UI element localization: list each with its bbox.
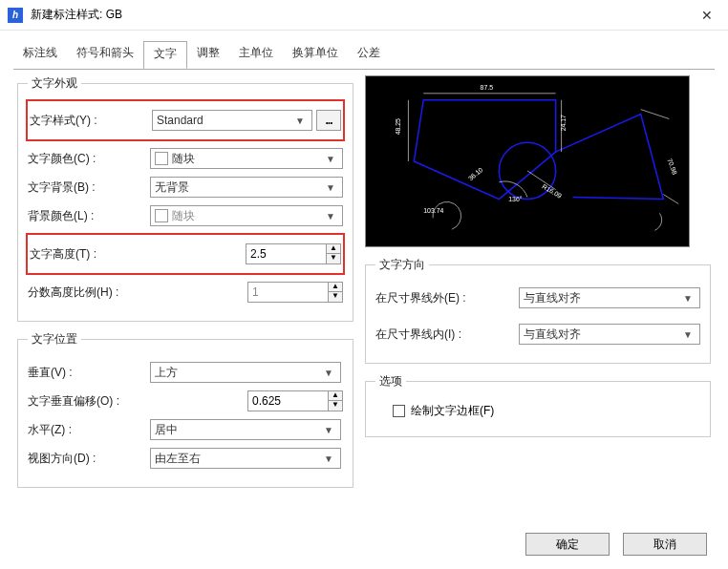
combo-inside[interactable]: 与直线对齐 ▼	[519, 324, 700, 345]
tab-fit[interactable]: 调整	[187, 41, 229, 69]
svg-text:136°: 136°	[508, 196, 523, 202]
tab-bar: 标注线 符号和箭头 文字 调整 主单位 换算单位 公差	[0, 31, 728, 69]
spinner-fraction-scale: ▲▼	[247, 282, 343, 303]
preview-canvas: 87.5 48.25 24.17 70.98 36.10 R16.09 136°…	[365, 75, 690, 247]
spin-down-icon[interactable]: ▼	[329, 401, 342, 411]
combo-horizontal[interactable]: 居中 ▼	[150, 419, 341, 440]
combo-text-style[interactable]: Standard ▼	[152, 110, 312, 131]
tab-alt[interactable]: 换算单位	[283, 41, 348, 69]
svg-text:87.5: 87.5	[481, 84, 494, 91]
swatch-icon	[155, 209, 168, 222]
label-view-dir: 视图方向(D) :	[28, 451, 150, 467]
svg-text:24.17: 24.17	[560, 115, 567, 131]
group-position: 文字位置 垂直(V) : 上方 ▼ 文字垂直偏移(O) : ▲▼	[17, 331, 353, 488]
spinner-offset[interactable]: ▲▼	[247, 390, 343, 411]
cancel-button[interactable]: 取消	[623, 533, 707, 556]
label-draw-frame: 绘制文字边框(F)	[411, 403, 494, 419]
chevron-down-icon: ▼	[680, 329, 696, 340]
label-bg-color: 背景颜色(L) :	[28, 208, 150, 224]
group-options: 选项 绘制文字边框(F)	[365, 373, 711, 437]
app-icon: h	[8, 8, 23, 23]
chevron-down-icon: ▼	[323, 154, 338, 164]
spin-down-icon: ▼	[329, 292, 342, 302]
svg-text:48.25: 48.25	[395, 118, 401, 135]
chevron-down-icon: ▼	[680, 293, 696, 304]
window-title: 新建标注样式: GB	[31, 7, 686, 23]
svg-text:103.74: 103.74	[423, 207, 443, 214]
tab-tolerance[interactable]: 公差	[348, 41, 390, 69]
dialog-buttons: 确定 取消	[525, 533, 707, 556]
legend-position: 文字位置	[28, 331, 81, 348]
chevron-down-icon: ▼	[323, 211, 338, 221]
checkbox-draw-frame[interactable]	[393, 405, 405, 417]
spinner-text-height[interactable]: ▲▼	[246, 243, 341, 264]
legend-options: 选项	[375, 373, 406, 390]
highlight-style: 文字样式(Y) : Standard ▼ ...	[26, 99, 345, 141]
label-horizontal: 水平(Z) :	[28, 422, 150, 438]
tab-text[interactable]: 文字	[143, 41, 187, 69]
chevron-down-icon: ▼	[321, 453, 336, 464]
input-text-height[interactable]	[246, 244, 326, 263]
group-appearance: 文字外观 文字样式(Y) : Standard ▼ ... 文字颜色(C) :	[17, 75, 353, 322]
combo-view-dir[interactable]: 由左至右 ▼	[150, 448, 341, 469]
label-inside: 在尺寸界线内(I) :	[375, 327, 519, 343]
chevron-down-icon: ▼	[323, 182, 338, 193]
legend-direction: 文字方向	[375, 257, 429, 273]
ok-button[interactable]: 确定	[525, 533, 610, 556]
swatch-icon	[155, 152, 168, 165]
tab-arrows[interactable]: 符号和箭头	[67, 41, 143, 69]
label-text-height: 文字高度(T) :	[30, 246, 152, 263]
titlebar: h 新建标注样式: GB ✕	[0, 0, 728, 31]
label-text-color: 文字颜色(C) :	[28, 151, 150, 167]
input-fraction-scale	[248, 283, 328, 302]
label-text-style: 文字样式(Y) :	[30, 113, 152, 129]
highlight-height: 文字高度(T) : ▲▼	[26, 233, 345, 275]
combo-vertical[interactable]: 上方 ▼	[150, 362, 341, 383]
chevron-down-icon: ▼	[292, 116, 308, 126]
tab-dimline[interactable]: 标注线	[13, 41, 67, 69]
button-style-browse[interactable]: ...	[316, 110, 341, 131]
combo-text-bg[interactable]: 无背景 ▼	[150, 177, 343, 198]
label-text-bg: 文字背景(B) :	[28, 179, 150, 196]
group-direction: 文字方向 在尺寸界线外(E) : 与直线对齐 ▼ 在尺寸界线内(I) : 与直线…	[365, 257, 711, 364]
chevron-down-icon: ▼	[321, 368, 336, 378]
label-outside: 在尺寸界线外(E) :	[375, 290, 519, 306]
label-fraction-scale: 分数高度比例(H) :	[28, 284, 150, 301]
combo-text-color[interactable]: 随块 ▼	[150, 148, 343, 169]
legend-appearance: 文字外观	[28, 75, 81, 92]
label-vertical: 垂直(V) :	[28, 365, 150, 381]
label-offset: 文字垂直偏移(O) :	[28, 393, 150, 410]
input-offset[interactable]	[248, 391, 328, 411]
combo-bg-color: 随块 ▼	[150, 205, 343, 226]
close-button[interactable]: ✕	[686, 0, 728, 31]
spin-down-icon[interactable]: ▼	[327, 254, 340, 263]
tab-primary[interactable]: 主单位	[229, 41, 283, 69]
combo-outside[interactable]: 与直线对齐 ▼	[519, 287, 700, 308]
chevron-down-icon: ▼	[321, 425, 336, 435]
